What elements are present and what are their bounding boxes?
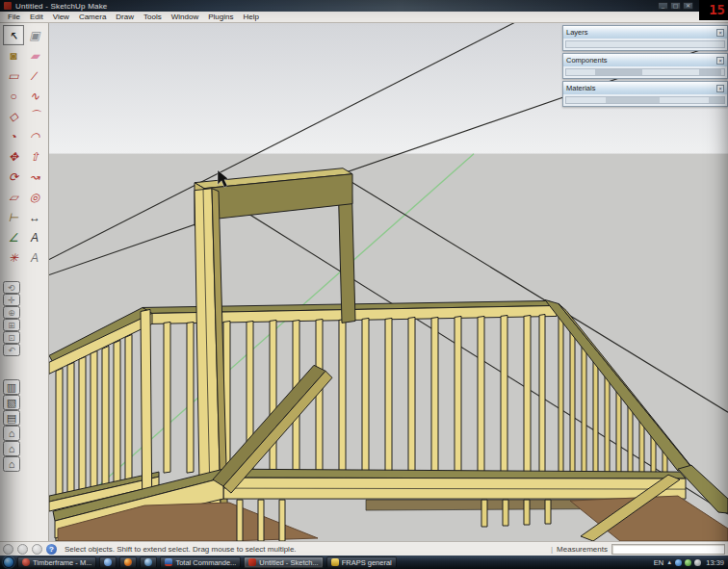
tool-icon: ↔: [29, 211, 40, 224]
two-point-arc-tool[interactable]: ◠: [24, 126, 45, 146]
paint-bucket-tool[interactable]: ◙: [3, 45, 24, 65]
tool-icon: ○: [10, 90, 16, 103]
view-tools: ▥ ▧ ▤ ⌂ ⌂ ⌂: [3, 379, 20, 472]
taskbar-button-fraps[interactable]: FRAPS general: [326, 556, 397, 568]
tray-panel: Materials ✕: [562, 81, 728, 107]
tool-icon: ✥: [9, 150, 18, 164]
taskbar-button-app1[interactable]: Timberframe - M...: [17, 556, 96, 568]
taskbar-firefox-icon[interactable]: [119, 556, 137, 568]
taskbar-button-sketchup[interactable]: Untitled - Sketch...: [244, 556, 323, 568]
rectangle-tool[interactable]: ▭: [3, 65, 24, 86]
panel-scrollbar[interactable]: [565, 68, 725, 76]
panel-header[interactable]: Materials ✕: [563, 82, 727, 94]
freehand-tool[interactable]: ∿: [24, 86, 45, 106]
panel-close-icon[interactable]: ✕: [716, 57, 724, 65]
app1-icon: [22, 558, 30, 566]
zoom-tool[interactable]: ⊕: [3, 306, 20, 319]
menu-item[interactable]: File: [3, 13, 25, 21]
tray-expand-icon[interactable]: ▲: [666, 559, 672, 565]
panel-header[interactable]: Layers ✕: [563, 26, 727, 39]
panel-close-icon[interactable]: ✕: [716, 85, 724, 92]
move-tool[interactable]: ✥: [3, 146, 24, 167]
tool-icon: ▣: [29, 29, 39, 42]
pan-tool[interactable]: ✛: [3, 294, 20, 306]
media-app-icon: [144, 558, 152, 566]
menu-item[interactable]: View: [48, 13, 74, 21]
menu-item[interactable]: Plugins: [203, 13, 238, 21]
panel-close-icon[interactable]: ✕: [716, 29, 724, 37]
panel-header[interactable]: Components ✕: [563, 54, 727, 66]
dimension-tool[interactable]: ↔: [24, 207, 45, 227]
blue-app-icon: [104, 558, 112, 566]
protractor-tool[interactable]: ∠: [3, 227, 24, 247]
volume-tray-icon[interactable]: [694, 559, 701, 566]
measurements-input[interactable]: [611, 544, 725, 555]
arc-tool[interactable]: ⌒: [24, 106, 45, 126]
model-viewport[interactable]: Layers ✕ Components ✕: [49, 23, 728, 541]
3d-text-tool[interactable]: A: [24, 247, 45, 268]
menu-item[interactable]: Tools: [139, 13, 167, 21]
back-view[interactable]: ⌂: [3, 456, 20, 472]
scale-tool[interactable]: ▱: [3, 187, 24, 207]
tool-icon: ◠: [30, 130, 39, 143]
tool-icon: ∠: [9, 231, 19, 245]
tool-icon: ⌒: [29, 108, 40, 124]
taskbar-button-total-commander[interactable]: Total Commande...: [160, 556, 241, 568]
tool-icon: ↖: [9, 29, 18, 42]
orbit-tool[interactable]: ⟲: [3, 281, 20, 294]
circle-tool[interactable]: ○: [3, 86, 24, 106]
credits-icon[interactable]: [17, 544, 28, 555]
offset-tool[interactable]: ◎: [24, 187, 45, 207]
antivirus-tray-icon[interactable]: [685, 559, 691, 566]
tray-language[interactable]: EN: [654, 558, 663, 567]
line-tool[interactable]: ∕: [24, 65, 45, 86]
drawing-tools: ↖ ▣ ◙ ▰ ▭: [3, 25, 45, 268]
menu-item[interactable]: Edit: [25, 13, 48, 21]
tool-icon: ▭: [8, 69, 18, 83]
menu-item[interactable]: Draw: [111, 13, 139, 21]
status-hint: Select objects. Shift to extend select. …: [65, 545, 297, 554]
menu-item[interactable]: Help: [238, 13, 263, 21]
start-button[interactable]: [3, 556, 14, 568]
eraser-tool[interactable]: ▰: [24, 45, 45, 65]
push-pull-tool[interactable]: ⇧: [24, 146, 45, 167]
front-view[interactable]: ⌂: [3, 426, 20, 441]
sign-in-icon[interactable]: [32, 544, 42, 555]
panel-scrollbar[interactable]: [565, 40, 725, 48]
polygon-tool[interactable]: ◇: [3, 106, 24, 126]
geolocation-icon[interactable]: [3, 544, 13, 555]
menu-item[interactable]: Window: [167, 13, 203, 21]
iso-view[interactable]: ▧: [3, 395, 20, 410]
firefox-icon: [124, 558, 132, 566]
follow-me-tool[interactable]: ↝: [24, 167, 45, 187]
tool-icon: ⟳: [9, 170, 18, 184]
taskbar-pinned-app2-icon[interactable]: [140, 556, 157, 568]
zoom-extents-tool[interactable]: ⊡: [3, 331, 20, 344]
menu-item[interactable]: Camera: [74, 13, 111, 21]
previous-view-tool[interactable]: ↶: [3, 344, 20, 356]
maximize-button[interactable]: ▢: [670, 2, 681, 10]
make-component-tool[interactable]: ▣: [24, 25, 45, 45]
select-tool[interactable]: ↖: [3, 25, 24, 45]
minimize-button[interactable]: _: [658, 2, 668, 10]
close-button[interactable]: ✕: [683, 2, 693, 10]
titlebar: Untitled - SketchUp Make _ ▢ ✕: [0, 0, 728, 12]
help-icon[interactable]: ?: [46, 544, 57, 555]
status-bar: ? Select objects. Shift to extend select…: [0, 541, 728, 556]
measurements-separator: |: [551, 545, 553, 554]
panel-scrollbar[interactable]: [565, 96, 725, 104]
taskbar-pinned-app-icon[interactable]: [99, 556, 117, 568]
tray-clock[interactable]: 13:39: [706, 558, 724, 567]
zoom-window-tool[interactable]: ⊞: [3, 319, 20, 331]
top-view[interactable]: ▤: [3, 410, 20, 426]
pie-tool[interactable]: ◔: [3, 126, 24, 146]
axes-tool[interactable]: ✳: [3, 247, 24, 268]
tape-measure-tool[interactable]: ⊢: [3, 207, 24, 227]
panel-title: Components: [566, 56, 608, 65]
text-tool[interactable]: A: [24, 227, 45, 247]
right-view[interactable]: ⌂: [3, 441, 20, 456]
panel-title: Layers: [566, 28, 588, 37]
model-box-view[interactable]: ▥: [3, 379, 20, 395]
rotate-tool[interactable]: ⟳: [3, 167, 24, 187]
network-tray-icon[interactable]: [675, 559, 682, 566]
